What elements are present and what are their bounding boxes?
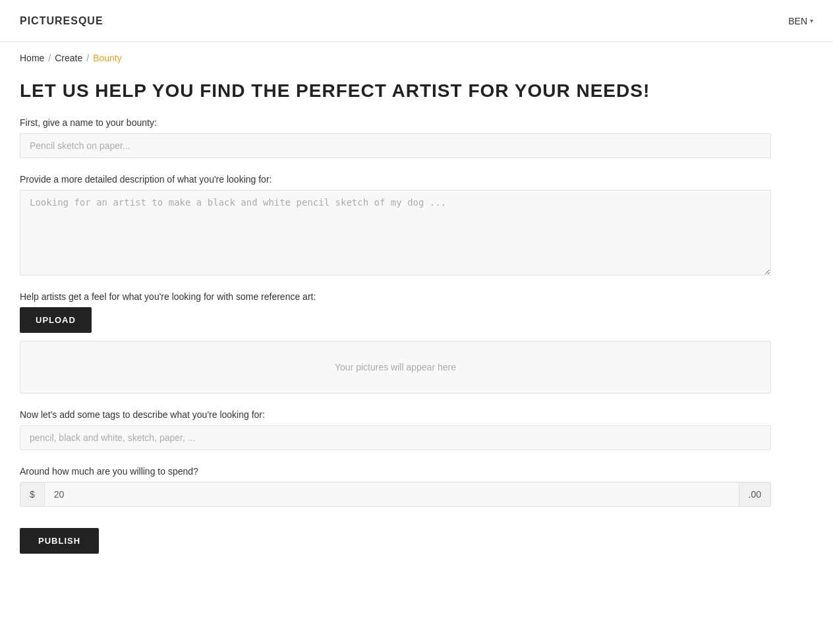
breadcrumb: Home / Create / Bounty (0, 42, 833, 74)
page-title: LET US HELP YOU FIND THE PERFECT ARTIST … (20, 80, 771, 102)
description-group: Provide a more detailed description of w… (20, 174, 771, 276)
tags-group: Now let's add some tags to describe what… (20, 409, 771, 450)
bounty-name-label: First, give a name to your bounty: (20, 117, 771, 128)
publish-button[interactable]: PUBLISH (20, 528, 99, 554)
reference-art-group: Help artists get a feel for what you're … (20, 291, 771, 394)
description-input[interactable] (20, 190, 771, 276)
picture-placeholder-text: Your pictures will appear here (335, 362, 456, 372)
reference-art-label: Help artists get a feel for what you're … (20, 291, 771, 302)
breadcrumb-create[interactable]: Create (55, 53, 82, 63)
bounty-name-input[interactable] (20, 133, 771, 158)
tags-label: Now let's add some tags to describe what… (20, 409, 771, 420)
budget-group: Around how much are you willing to spend… (20, 466, 771, 507)
picture-drop-area: Your pictures will appear here (20, 341, 771, 394)
upload-button[interactable]: UPLOAD (20, 307, 92, 333)
brand-logo[interactable]: PICTURESQUE (20, 15, 103, 27)
user-menu[interactable]: BEN ▾ (788, 16, 813, 26)
currency-symbol: $ (20, 483, 45, 506)
description-label: Provide a more detailed description of w… (20, 174, 771, 185)
chevron-down-icon: ▾ (810, 17, 813, 24)
breadcrumb-separator-1: / (48, 53, 51, 63)
tags-input[interactable] (20, 425, 771, 450)
bounty-name-group: First, give a name to your bounty: (20, 117, 771, 158)
navbar: PICTURESQUE BEN ▾ (0, 0, 833, 42)
user-name: BEN (788, 16, 807, 26)
budget-suffix: .00 (739, 483, 770, 506)
budget-input[interactable] (45, 483, 739, 506)
breadcrumb-current: Bounty (93, 53, 122, 63)
budget-label: Around how much are you willing to spend… (20, 466, 771, 477)
main-content: LET US HELP YOU FIND THE PERFECT ARTIST … (0, 74, 791, 593)
breadcrumb-home[interactable]: Home (20, 53, 44, 63)
breadcrumb-separator-2: / (86, 53, 89, 63)
budget-input-group: $ .00 (20, 482, 771, 507)
